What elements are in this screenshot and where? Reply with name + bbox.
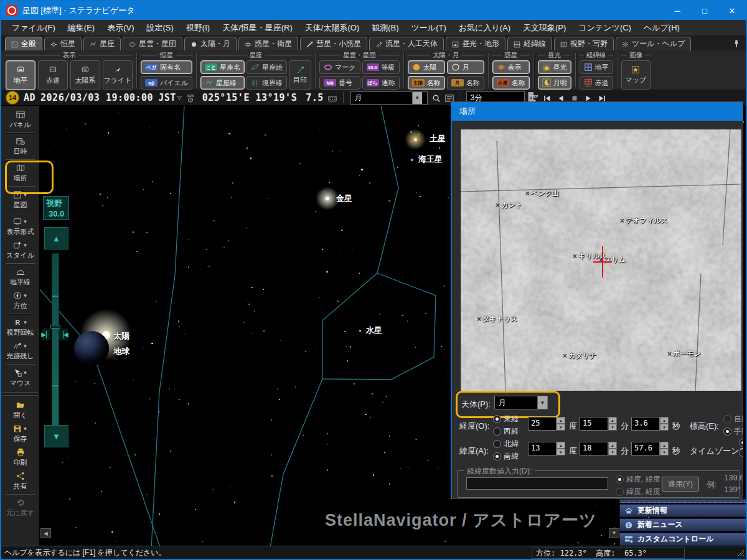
toolbar-button-等級[interactable]: 10.0等級	[362, 60, 400, 74]
toolbar-button-星座絵[interactable]: 星座絵	[247, 60, 287, 74]
toolbar-button-赤道[interactable]: 2000赤道	[580, 76, 613, 90]
sidebar-item-共有[interactable]: 共有	[1, 469, 39, 493]
timezone-value[interactable]: JST	[158, 92, 176, 103]
tab-惑星・衛星[interactable]: 惑星・衛星	[238, 37, 298, 50]
sidebar-item-マウス[interactable]: ▼マウス	[1, 366, 39, 390]
pin-icon[interactable]	[732, 37, 741, 49]
maximize-button[interactable]: □	[691, 1, 718, 20]
toolbar-button-マップ[interactable]: マップ	[621, 60, 651, 90]
menu-item[interactable]: 天体/恒星・星座(R)	[217, 21, 298, 35]
set-now-icon[interactable]: NOW	[186, 92, 195, 103]
scroll-left-button[interactable]: ◀	[40, 528, 51, 538]
toolbar-button-名称[interactable]: 月名称	[447, 76, 484, 90]
target-object-select[interactable]: 月 ▼	[350, 91, 428, 105]
tab-星雲・星団[interactable]: 星雲・星団	[123, 37, 182, 50]
coordinates-value[interactable]: 025°15'E 13°19'S	[202, 92, 298, 103]
menu-item[interactable]: 設定(S)	[141, 21, 179, 35]
chevron-down-icon[interactable]: ▼	[412, 92, 422, 104]
menu-item[interactable]: 編集(E)	[62, 21, 100, 35]
lat-deg-spinner[interactable]: 13▲▼	[528, 442, 565, 455]
lat-south-radio[interactable]: 南緯	[493, 451, 519, 462]
sidebar-item-場所[interactable]: 場所	[1, 161, 39, 185]
fov-slider-track[interactable]	[52, 253, 59, 427]
fov-step-left-button[interactable]: ▶▏	[42, 329, 50, 340]
lon-east-radio[interactable]: 東経	[493, 414, 519, 424]
search-icon[interactable]	[432, 92, 441, 103]
tz-option-radio[interactable]	[739, 449, 743, 457]
datetime-value[interactable]: 2026/03/03 19:00:00	[40, 92, 153, 103]
tab-彗星・小惑星[interactable]: 彗星・小惑星	[300, 37, 367, 50]
toolbar-button-固有名[interactable]: ペガ固有名	[141, 60, 192, 74]
menu-item[interactable]: 視野(I)	[181, 21, 215, 35]
menu-item[interactable]: 天文現象(P)	[517, 21, 571, 35]
toolbar-button-星座線[interactable]: 星座線	[200, 76, 245, 90]
chevron-down-icon[interactable]: ▼	[537, 396, 547, 409]
menu-item[interactable]: ファイル(F)	[6, 21, 61, 35]
minimize-button[interactable]: ─	[664, 1, 691, 20]
menu-item[interactable]: ヘルプ(H)	[638, 21, 685, 35]
dock-bar-partial[interactable]	[619, 499, 747, 503]
lon-sec-spinner[interactable]: 3.6▲▼	[631, 417, 669, 431]
tab-流星・人工天体[interactable]: 流星・人工天体	[369, 37, 444, 50]
dialog-title-bar[interactable]: 場所	[452, 102, 743, 121]
order-lat-lon-radio[interactable]: 緯度, 経度	[616, 487, 660, 497]
menu-item[interactable]: 天体/太陽系(O)	[299, 21, 365, 35]
toolbar-button-地平[interactable]: 地平	[6, 60, 35, 90]
toolbar-button-太陽[interactable]: 太陽	[408, 60, 445, 74]
moon-map[interactable]: ×ペンク山×カント×テオフィルス×キリルス×スリム×タキトゥス×カタリナ×ボーモ…	[461, 129, 741, 391]
dock-scroll-down-button[interactable]: ▼	[609, 528, 619, 538]
toolbar-button-月明[interactable]: 月明	[538, 76, 571, 90]
order-lon-lat-radio[interactable]: 経度, 緯度	[616, 474, 660, 485]
sidebar-item-地平線[interactable]: 地平線	[1, 265, 39, 289]
lat-sec-spinner[interactable]: 57.6▲▼	[631, 442, 669, 455]
toolbar-button-表示[interactable]: 表示	[492, 60, 530, 74]
menu-item[interactable]: コンテンツ(C)	[573, 21, 637, 35]
close-button[interactable]: ✕	[718, 1, 746, 20]
dock-bar-新着ニュース[interactable]: i新着ニュース	[619, 518, 747, 531]
alt-manual-radio[interactable]: 手動	[723, 426, 743, 437]
toolbar-button-名称[interactable]: 火星名称	[492, 76, 530, 90]
lat-north-radio[interactable]: 北緯	[493, 439, 519, 449]
sidebar-item-開く[interactable]: 開く	[1, 398, 39, 422]
toolbar-button-星座名[interactable]: こと星座名	[200, 60, 245, 74]
sidebar-item-パネル[interactable]: パネル	[1, 108, 39, 131]
zoom-out-button[interactable]: ▼	[44, 425, 68, 447]
menu-item[interactable]: ツール(T)	[406, 21, 452, 35]
lon-min-spinner[interactable]: 15▲▼	[580, 417, 617, 431]
sidebar-item-表示形式[interactable]: ▼表示形式	[1, 215, 39, 238]
sidebar-item-方位[interactable]: ▼方位	[1, 289, 39, 312]
tz-option-radio[interactable]	[739, 439, 743, 447]
toolbar-button-フライト[interactable]: フライト	[103, 60, 133, 90]
toolbar-button-境界線[interactable]: 境界線	[247, 76, 287, 90]
tab-昼光・地形[interactable]: 昼光・地形	[446, 37, 505, 50]
resize-grip[interactable]	[736, 549, 745, 557]
keyboard-input-icon[interactable]	[328, 92, 337, 103]
dock-bar-カスタムコントロール[interactable]: カスタムコントロール	[619, 533, 747, 546]
alt-auto-radio[interactable]: 自動	[723, 414, 743, 424]
menu-item[interactable]: お気に入り(A)	[453, 21, 516, 35]
toolbar-button-マーク[interactable]: マーク	[319, 60, 360, 74]
lon-deg-spinner[interactable]: 25▲▼	[528, 417, 565, 431]
toolbar-button-通称[interactable]: ばら通称	[362, 76, 400, 90]
target-body-select[interactable]: 月 ▼	[494, 396, 548, 409]
numeric-entry-input[interactable]	[466, 477, 608, 490]
toolbar-button-地平[interactable]: 地平	[580, 60, 613, 74]
sidebar-item-スタイル[interactable]: ▼スタイル	[1, 238, 39, 262]
timezone-dropdown-arrow[interactable]: ▽	[177, 95, 182, 101]
sidebar-item-印刷[interactable]: 印刷	[1, 446, 39, 469]
tab-経緯線[interactable]: 経緯線	[507, 37, 552, 50]
apply-button[interactable]: 適用(Y)	[662, 477, 699, 492]
toolbar-button-番号[interactable]: M8番号	[319, 76, 360, 90]
tab-ツール・ヘルプ[interactable]: ツール・ヘルプ	[616, 37, 691, 50]
menu-item[interactable]: 表示(V)	[101, 21, 139, 35]
toolbar-button-名称[interactable]: 太陽名称	[408, 76, 445, 90]
sidebar-item-視野回転[interactable]: R▼視野回転	[1, 315, 39, 339]
dock-bar-更新情報[interactable]: 更新情報	[619, 504, 747, 517]
lon-west-radio[interactable]: 西経	[493, 426, 519, 437]
toolbar-button-月[interactable]: 月	[447, 60, 484, 74]
toolbar-button-赤道[interactable]: 赤道	[38, 60, 68, 90]
sidebar-item-日時[interactable]: 日時	[1, 134, 39, 158]
toolbar-button-バイエル[interactable]: αβバイエル	[141, 76, 192, 90]
lat-min-spinner[interactable]: 18▲▼	[580, 442, 617, 455]
tab-太陽・月[interactable]: 太陽・月	[184, 37, 237, 50]
